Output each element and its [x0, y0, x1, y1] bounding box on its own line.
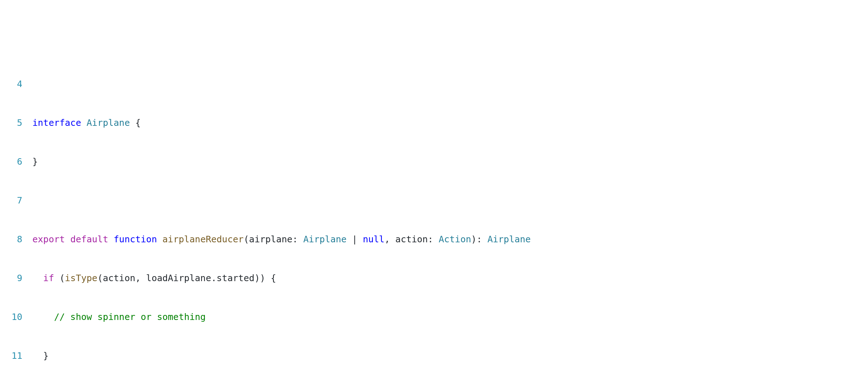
code-line[interactable]: } — [32, 155, 868, 168]
type-name: Airplane — [303, 234, 347, 244]
space — [65, 234, 70, 244]
indent — [32, 273, 43, 283]
line-number-gutter: 4 5 6 7 8 9 10 11 12 13 14 15 16 17 18 1… — [0, 52, 32, 380]
args: (action, loadAirplane. — [98, 273, 217, 283]
pipe: | — [347, 234, 363, 244]
code-content[interactable]: interface Airplane { } export default fu… — [32, 52, 868, 380]
property: started — [217, 273, 254, 283]
keyword-null: null — [363, 234, 384, 244]
function-call: isType — [65, 273, 97, 283]
brace: } — [43, 351, 49, 361]
line-number: 8 — [0, 233, 22, 246]
line-number: 6 — [0, 155, 22, 168]
keyword-default: default — [70, 234, 108, 244]
line-number: 10 — [0, 311, 22, 324]
paren: (airplane: — [244, 234, 303, 244]
brace: { — [130, 118, 141, 128]
comment: // show spinner or something — [54, 312, 205, 322]
code-line[interactable]: // show spinner or something — [32, 311, 868, 324]
keyword-function: function — [114, 234, 157, 244]
line-number: 9 — [0, 272, 22, 285]
paren: ( — [54, 273, 65, 283]
line-number: 5 — [0, 116, 22, 129]
keyword-interface: interface — [32, 118, 81, 128]
line-number: 7 — [0, 194, 22, 207]
code-line[interactable]: } — [32, 349, 868, 362]
indent — [32, 351, 43, 361]
line-number: 11 — [0, 349, 22, 362]
type-name: Airplane — [87, 118, 130, 128]
space — [81, 118, 86, 128]
indent — [32, 312, 54, 322]
code-line[interactable] — [32, 78, 868, 91]
code-line[interactable]: export default function airplaneReducer(… — [32, 233, 868, 246]
type-name: Airplane — [487, 234, 530, 244]
space — [157, 234, 162, 244]
keyword-if: if — [43, 273, 54, 283]
keyword-export: export — [32, 234, 65, 244]
brace: } — [32, 156, 38, 167]
space — [108, 234, 114, 244]
comma: , action: — [384, 234, 439, 244]
code-line[interactable] — [32, 194, 868, 207]
type-name: Action — [439, 234, 471, 244]
line-number: 4 — [0, 78, 22, 91]
code-line[interactable]: interface Airplane { — [32, 116, 868, 129]
function-name: airplaneReducer — [162, 234, 244, 244]
brace: )) { — [254, 273, 276, 283]
paren: ): — [471, 234, 487, 244]
code-line[interactable]: if (isType(action, loadAirplane.started)… — [32, 272, 868, 285]
code-editor[interactable]: 4 5 6 7 8 9 10 11 12 13 14 15 16 17 18 1… — [0, 52, 868, 380]
